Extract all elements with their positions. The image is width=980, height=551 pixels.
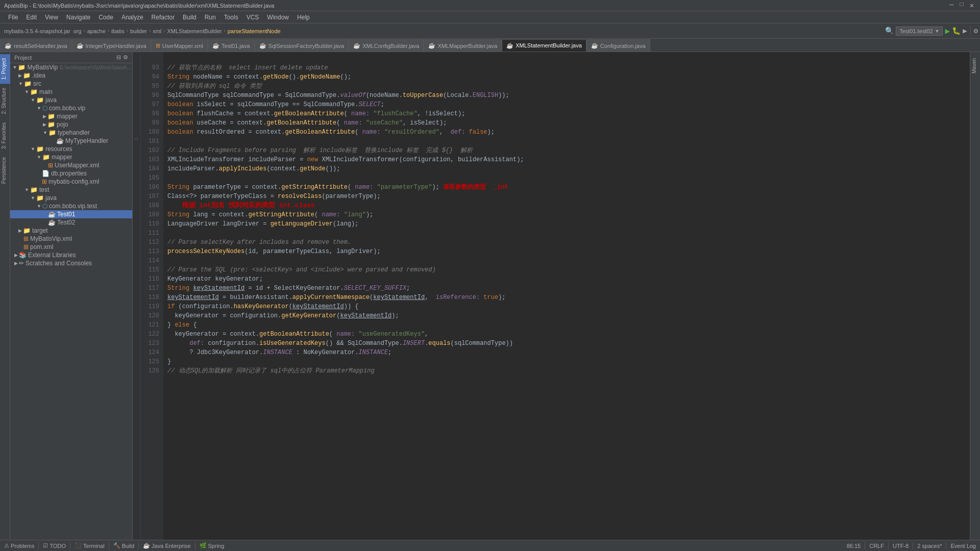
tree-item-resources[interactable]: ▼ 📁 resources: [10, 145, 132, 153]
menu-edit[interactable]: Edit: [22, 13, 41, 22]
status-event-log[interactable]: Event Log: [950, 543, 976, 549]
tree-item-src[interactable]: ▼ 📁 src: [10, 80, 132, 88]
code-container[interactable]: ○ 93 94 95 96 97 98 99 100 101 102 103 1…: [133, 52, 970, 540]
tree-item-pomxml[interactable]: ⊞ pom.xml: [10, 243, 132, 251]
status-position[interactable]: 86:15: [847, 543, 861, 549]
status-todo[interactable]: ☑ TODO: [43, 542, 66, 549]
tree-item-test01[interactable]: ☕ Test01: [10, 210, 132, 218]
breadcrumb-org[interactable]: org: [74, 28, 82, 34]
search-icon[interactable]: 🔍: [885, 27, 894, 35]
vtab-structure[interactable]: 2: Structure: [0, 84, 10, 118]
status-spring-label: Spring: [208, 543, 225, 549]
vtab-favorites[interactable]: 3: Favorites: [0, 118, 10, 153]
tree-item-scratches[interactable]: ▶ ✏ Scratches and Consoles: [10, 259, 132, 267]
menu-help[interactable]: Help: [293, 13, 314, 22]
tree-item-mapper[interactable]: ▶ 📁 mapper: [10, 112, 132, 120]
breadcrumb-xml[interactable]: xml: [153, 28, 161, 34]
menu-navigate[interactable]: Navigate: [62, 13, 94, 22]
tree-collapse-icon[interactable]: ⊟: [116, 54, 121, 61]
run-button[interactable]: ▶: [945, 26, 950, 36]
coverage-button[interactable]: ▶: [963, 27, 967, 35]
tree-label-mapper: mapper: [57, 113, 78, 120]
chevron-down-icon: ▼: [935, 29, 940, 34]
menu-vcs[interactable]: VCS: [242, 13, 263, 22]
tree-item-test-package[interactable]: ▼ ⬡ com.bobo.vip.test: [10, 202, 132, 210]
tab-xmlstatementbuilder[interactable]: ☕ XMLStatementBuilder.java: [502, 39, 586, 52]
menu-window[interactable]: Window: [263, 13, 293, 22]
breadcrumb-ibatis[interactable]: ibatis: [111, 28, 125, 34]
tree-item-idea[interactable]: ▶ 📁 .idea: [10, 71, 132, 80]
menu-tools[interactable]: Tools: [220, 13, 242, 22]
tab-resultsethandler[interactable]: ☕ resultSetHandler.java: [0, 39, 72, 52]
status-build-label: Build: [122, 543, 134, 549]
tree-item-usermapper[interactable]: ⊞ UserMapper.xml: [10, 161, 132, 169]
code-editor[interactable]: // 获取节点的名称 select insert delete update S…: [163, 52, 970, 540]
tree-settings-icon[interactable]: ⚙: [123, 54, 128, 61]
tab-xmlconfigbuilder[interactable]: ☕ XMLConfigBuilder.java: [349, 39, 424, 52]
menu-refactor[interactable]: Refactor: [148, 13, 179, 22]
tab-integertypehandler[interactable]: ☕ IntegerTypeHandler.java: [72, 39, 151, 52]
vtab-project[interactable]: 1: Project: [0, 54, 10, 84]
status-problems-label: Problems: [11, 543, 34, 549]
close-button[interactable]: ✕: [968, 1, 976, 10]
status-terminal[interactable]: ⬛ Terminal: [75, 542, 105, 549]
tab-configuration[interactable]: ☕ Configuration.java: [586, 39, 650, 52]
status-terminal-label: Terminal: [83, 543, 105, 549]
tree-item-dbprops[interactable]: 📄 db.properties: [10, 169, 132, 178]
status-spring[interactable]: 🌿 Spring: [200, 542, 225, 549]
status-java-enterprise[interactable]: ☕ Java Enterprise: [143, 542, 190, 549]
maximize-button[interactable]: □: [958, 1, 966, 10]
tree-item-java-main[interactable]: ▼ 📁 java: [10, 96, 132, 104]
tree-item-test02[interactable]: ☕ Test02: [10, 218, 132, 227]
tree-label-mybatisvip: MyBatisVip: [27, 64, 58, 71]
breadcrumb-method[interactable]: parseStatementNode: [228, 28, 281, 34]
breadcrumb-apache[interactable]: apache: [87, 28, 106, 34]
tree-item-res-mapper[interactable]: ▼ 📁 mapper: [10, 153, 132, 161]
tree-item-mytypehandler[interactable]: ☕ MyTypeHandler: [10, 137, 132, 145]
tab-usermapper-xml[interactable]: ⊞ UserMapper.xml: [151, 39, 208, 52]
tree-item-extlibs[interactable]: ▶ 📚 External Libraries: [10, 251, 132, 259]
tab-sqlsessionfactorybuilder[interactable]: ☕ SqlSessionFactoryBuilder.java: [255, 39, 349, 52]
settings-icon[interactable]: ⚙: [974, 27, 978, 35]
vtab-maven[interactable]: Maven: [970, 54, 981, 78]
tree-item-mybatisvip[interactable]: ▼ 📁 MyBatisVip E:\workspace\VipWorkSpace…: [10, 63, 132, 71]
tree-item-typehandler[interactable]: ▼ 📁 typehandler: [10, 129, 132, 137]
tree-item-mybatisconfig[interactable]: ⊞ mybatis-config.xml: [10, 178, 132, 186]
menu-bar: File Edit View Navigate Code Analyze Ref…: [0, 11, 980, 23]
todo-icon: ☑: [43, 542, 48, 549]
menu-build[interactable]: Build: [179, 13, 201, 22]
tree-item-package[interactable]: ▼ ⬡ com.bobo.vip: [10, 104, 132, 112]
run-config-selector[interactable]: Test01.test02 ▼: [896, 27, 943, 36]
vtab-persistence[interactable]: Persistence: [0, 153, 10, 188]
status-build[interactable]: 🔨 Build: [113, 542, 134, 549]
tab-test01[interactable]: ☕ Test01.java: [208, 39, 255, 52]
debug-button[interactable]: 🐛: [952, 27, 961, 35]
toolbar-project-label: mybatis-3.5.4-snapshot.jar: [2, 28, 72, 34]
tree-item-target[interactable]: ▶ 📁 target: [10, 227, 132, 235]
menu-view[interactable]: View: [41, 13, 62, 22]
tab-label-xmlconfig: XMLConfigBuilder.java: [362, 43, 419, 49]
breadcrumb-class[interactable]: XMLStatementBuilder: [167, 28, 222, 34]
status-line-ending[interactable]: CRLF: [869, 543, 884, 549]
tab-xmlmapperbuilder[interactable]: ☕ XMLMapperBuilder.java: [424, 39, 502, 52]
status-problems[interactable]: ⚠ Problems: [4, 542, 34, 549]
tree-item-main[interactable]: ▼ 📁 main: [10, 88, 132, 96]
tree-item-mybatisvip-xml[interactable]: ⊞ MyBatisVip.xml: [10, 235, 132, 243]
tree-label-pomxml: pom.xml: [30, 243, 53, 251]
tree-item-test[interactable]: ▼ 📁 test: [10, 186, 132, 194]
tree-label-typehandler: typehandler: [58, 129, 90, 136]
tree-label-java: java: [45, 96, 57, 104]
tree-item-java-test[interactable]: ▼ 📁 java: [10, 194, 132, 202]
minimize-button[interactable]: ─: [947, 1, 955, 10]
tree-item-pojo[interactable]: ▶ 📁 pojo: [10, 120, 132, 129]
breadcrumb-builder[interactable]: builder: [130, 28, 147, 34]
breadcrumb-sep6: ›: [223, 28, 226, 35]
status-indent[interactable]: 2 spaces*: [917, 543, 942, 549]
menu-analyze[interactable]: Analyze: [117, 13, 148, 22]
menu-run[interactable]: Run: [201, 13, 220, 22]
menu-file[interactable]: File: [4, 13, 22, 22]
tree-label-mybatisvip-xml: MyBatisVip.xml: [30, 235, 72, 242]
status-encoding[interactable]: UTF-8: [893, 543, 909, 549]
chevron-down-icon: ▼: [13, 65, 17, 70]
menu-code[interactable]: Code: [94, 13, 117, 22]
